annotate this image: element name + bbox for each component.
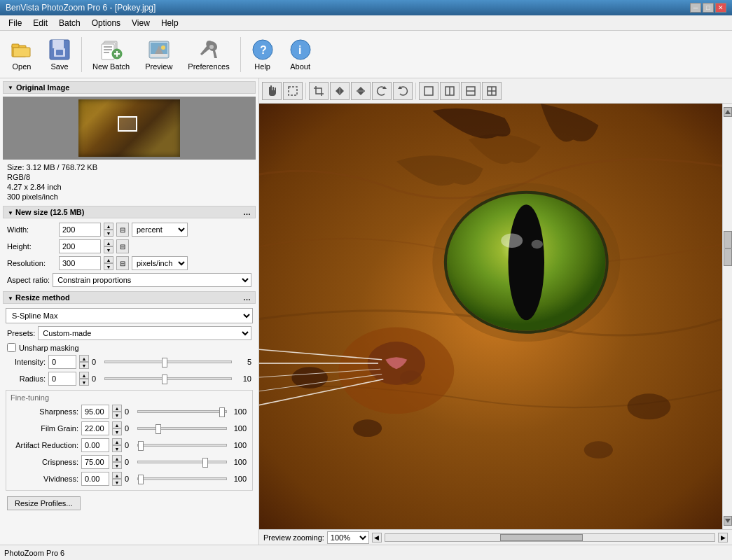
rotate-cw-btn[interactable] xyxy=(372,82,392,100)
crispness-spinner[interactable]: ▲ ▼ xyxy=(112,455,122,469)
hand-tool-btn[interactable] xyxy=(262,82,282,100)
width-spinner[interactable]: ▲ ▼ xyxy=(104,223,113,237)
flip-h-btn[interactable] xyxy=(330,82,350,100)
preview-button[interactable]: Preview xyxy=(139,35,179,74)
res-lock-btn[interactable]: ⊟ xyxy=(116,256,129,270)
crop-btn[interactable] xyxy=(309,82,329,100)
view-split-h-btn[interactable] xyxy=(461,82,481,100)
save-button[interactable]: Save xyxy=(42,35,77,74)
open-button[interactable]: Open xyxy=(4,35,39,74)
radius-down[interactable]: ▼ xyxy=(79,379,89,386)
view-quad-btn[interactable] xyxy=(482,82,502,100)
crisp-down[interactable]: ▼ xyxy=(112,462,122,469)
film-grain-thumb[interactable] xyxy=(156,424,161,434)
radius-input[interactable]: 0 xyxy=(48,372,76,386)
intensity-track[interactable] xyxy=(104,360,232,363)
menu-options[interactable]: Options xyxy=(86,17,126,29)
rotate-ccw-btn[interactable] xyxy=(393,82,413,100)
res-down-btn[interactable]: ▼ xyxy=(104,263,113,270)
film-grain-track[interactable] xyxy=(137,427,227,430)
resolution-spinner[interactable]: ▲ ▼ xyxy=(104,256,113,270)
vividness-thumb[interactable] xyxy=(138,475,144,484)
intensity-down[interactable]: ▼ xyxy=(79,362,89,369)
crispness-thumb[interactable] xyxy=(202,458,208,468)
original-image-header[interactable]: ▼ Original Image xyxy=(3,81,256,94)
menu-file[interactable]: File xyxy=(3,17,27,29)
sharp-down[interactable]: ▼ xyxy=(112,412,122,419)
unsharp-checkbox[interactable] xyxy=(7,343,16,352)
unit-select[interactable]: percent pixels inches xyxy=(132,223,188,237)
resolution-unit-select[interactable]: pixels/inch pixels/cm xyxy=(132,256,188,270)
sharpness-spinner[interactable]: ▲ ▼ xyxy=(112,405,122,419)
artifact-down[interactable]: ▼ xyxy=(112,445,122,452)
film-down[interactable]: ▼ xyxy=(112,428,122,435)
vividness-spinner[interactable]: ▲ ▼ xyxy=(112,472,122,486)
width-down-btn[interactable]: ▼ xyxy=(104,230,113,237)
vertical-scrollbar[interactable] xyxy=(722,104,732,529)
image-view[interactable] xyxy=(259,104,732,529)
about-button[interactable]: i About xyxy=(283,35,318,74)
resolution-input[interactable]: 300 xyxy=(59,256,101,270)
intensity-up[interactable]: ▲ xyxy=(79,355,89,362)
crisp-up[interactable]: ▲ xyxy=(112,455,122,462)
preferences-button[interactable]: Preferences xyxy=(181,35,235,74)
scrollbar-down-btn[interactable] xyxy=(724,516,732,526)
film-grain-spinner[interactable]: ▲ ▼ xyxy=(112,421,122,435)
help-button[interactable]: ? Help xyxy=(245,35,280,74)
presets-select[interactable]: Custom-made Photo Illustration xyxy=(38,326,251,340)
width-lock-btn[interactable]: ⊟ xyxy=(116,223,129,237)
width-up-btn[interactable]: ▲ xyxy=(104,223,113,230)
maximize-button[interactable]: □ xyxy=(703,3,714,13)
close-button[interactable]: ✕ xyxy=(715,3,726,13)
film-grain-input[interactable]: 22.00 xyxy=(81,421,109,435)
artifact-up[interactable]: ▲ xyxy=(112,438,122,445)
res-up-btn[interactable]: ▲ xyxy=(104,256,113,263)
radius-thumb[interactable] xyxy=(162,374,167,384)
more-options-icon[interactable]: … xyxy=(243,208,251,216)
minimize-button[interactable]: ─ xyxy=(690,3,701,13)
marquee-tool-btn[interactable] xyxy=(283,82,303,100)
view-single-btn[interactable] xyxy=(419,82,438,100)
height-lock-btn[interactable]: ⊟ xyxy=(116,239,129,253)
new-batch-button[interactable]: New Batch xyxy=(86,35,136,74)
radius-spinner[interactable]: ▲ ▼ xyxy=(79,372,89,386)
artifact-input[interactable]: 0.00 xyxy=(81,438,109,452)
view-split-v-btn[interactable] xyxy=(440,82,460,100)
aspect-ratio-select[interactable]: Constrain proportions Free proportions xyxy=(53,273,251,287)
resize-method-more[interactable]: … xyxy=(243,293,251,302)
new-size-header[interactable]: ▼ New size (12.5 MB) … xyxy=(3,206,256,218)
scrollbar-up-btn[interactable] xyxy=(724,107,732,117)
resize-method-header[interactable]: ▼ Resize method … xyxy=(3,291,256,304)
resize-profiles-button[interactable]: Resize Profiles... xyxy=(7,496,81,510)
vividness-input[interactable]: 0.00 xyxy=(81,472,109,486)
menu-view[interactable]: View xyxy=(126,17,156,29)
menu-edit[interactable]: Edit xyxy=(27,17,53,29)
hscroll-left-btn[interactable]: ◀ xyxy=(372,533,382,542)
flip-v-btn[interactable] xyxy=(351,82,371,100)
artifact-thumb[interactable] xyxy=(138,441,144,451)
menu-batch[interactable]: Batch xyxy=(53,17,86,29)
sharpness-thumb[interactable] xyxy=(219,407,225,417)
method-select[interactable]: S-Spline Max S-Spline Lanczos xyxy=(6,308,253,323)
zoom-select[interactable]: 100% 50% 150% 200% xyxy=(327,531,369,544)
height-up-btn[interactable]: ▲ xyxy=(104,239,113,246)
vivid-down[interactable]: ▼ xyxy=(112,479,122,486)
intensity-thumb[interactable] xyxy=(162,358,167,368)
sharp-up[interactable]: ▲ xyxy=(112,405,122,412)
artifact-track[interactable] xyxy=(137,444,227,447)
artifact-spinner[interactable]: ▲ ▼ xyxy=(112,438,122,452)
radius-track[interactable] xyxy=(104,377,232,380)
sharpness-track[interactable] xyxy=(137,410,227,413)
scrollbar-thumb[interactable] xyxy=(724,231,732,266)
film-up[interactable]: ▲ xyxy=(112,421,122,428)
width-input[interactable]: 200 xyxy=(59,223,101,237)
horizontal-scrollbar[interactable] xyxy=(385,533,715,542)
crispness-track[interactable] xyxy=(137,461,227,463)
height-input[interactable]: 200 xyxy=(59,239,101,253)
intensity-input[interactable]: 0 xyxy=(48,355,76,369)
crispness-input[interactable]: 75.00 xyxy=(81,455,109,469)
height-spinner[interactable]: ▲ ▼ xyxy=(104,239,113,253)
menu-help[interactable]: Help xyxy=(156,17,184,29)
height-down-btn[interactable]: ▼ xyxy=(104,246,113,253)
intensity-spinner[interactable]: ▲ ▼ xyxy=(79,355,89,369)
